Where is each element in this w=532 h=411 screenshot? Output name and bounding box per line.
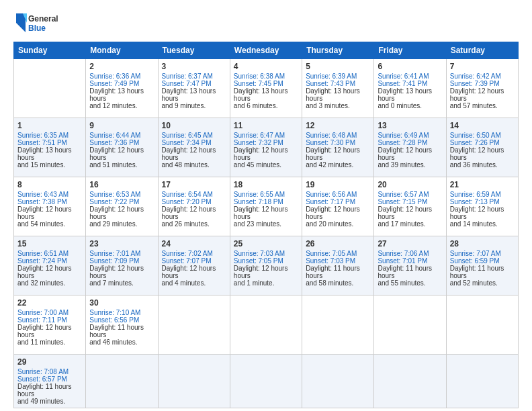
- sunset-text: Sunset: 7:45 PM: [234, 80, 298, 87]
- calendar-row-5: 29Sunrise: 7:08 AMSunset: 6:57 PMDayligh…: [14, 355, 519, 408]
- sunset-text: Sunset: 6:56 PM: [89, 316, 154, 324]
- sunrise-text: Sunrise: 7:00 AM: [17, 309, 82, 316]
- day-number: 17: [162, 180, 226, 189]
- daylight-text: Daylight: 12 hours hoursand 7 minutes.: [89, 265, 154, 287]
- day-number: 6: [378, 62, 442, 71]
- sunset-text: Sunset: 7:49 PM: [89, 80, 154, 87]
- calendar-cell: 14Sunrise: 6:50 AMSunset: 7:26 PMDayligh…: [446, 118, 518, 177]
- day-number: 1: [17, 121, 82, 130]
- sunrise-text: Sunrise: 7:02 AM: [162, 250, 226, 257]
- day-number: 25: [234, 239, 298, 248]
- calendar-cell: 10Sunrise: 6:45 AMSunset: 7:34 PMDayligh…: [158, 118, 230, 177]
- calendar-cell: [374, 295, 446, 355]
- daylight-text: Daylight: 12 hours hoursand 23 minutes.: [234, 205, 298, 228]
- calendar-cell: 8Sunrise: 6:43 AMSunset: 7:38 PMDaylight…: [14, 177, 86, 236]
- sunrise-text: Sunrise: 7:08 AM: [17, 368, 82, 375]
- daylight-text: Daylight: 12 hours hoursand 29 minutes.: [89, 205, 154, 228]
- sunset-text: Sunset: 6:57 PM: [17, 375, 82, 383]
- sunrise-text: Sunrise: 6:41 AM: [378, 73, 442, 80]
- daylight-text: Daylight: 12 hours hoursand 26 minutes.: [162, 205, 226, 228]
- calendar-cell: 22Sunrise: 7:00 AMSunset: 7:11 PMDayligh…: [14, 295, 86, 355]
- day-number: 2: [89, 62, 154, 71]
- calendar-cell: 4Sunrise: 6:38 AMSunset: 7:45 PMDaylight…: [230, 59, 302, 118]
- sunrise-text: Sunrise: 6:35 AM: [17, 132, 82, 139]
- sunset-text: Sunset: 7:34 PM: [162, 139, 226, 146]
- calendar-row-2: 8Sunrise: 6:43 AMSunset: 7:38 PMDaylight…: [14, 177, 519, 236]
- calendar-cell: [230, 295, 302, 355]
- sunrise-text: Sunrise: 7:03 AM: [234, 250, 298, 257]
- day-number: 16: [89, 180, 154, 189]
- day-number: 10: [162, 121, 226, 130]
- calendar-cell: 2Sunrise: 6:36 AMSunset: 7:49 PMDaylight…: [86, 59, 158, 118]
- sunset-text: Sunset: 7:47 PM: [162, 80, 226, 87]
- sunrise-text: Sunrise: 6:49 AM: [378, 132, 442, 139]
- sunset-text: Sunset: 7:43 PM: [306, 80, 370, 87]
- calendar-cell: 27Sunrise: 7:06 AMSunset: 7:01 PMDayligh…: [374, 236, 446, 295]
- calendar-cell: [302, 295, 374, 355]
- calendar-cell: 29Sunrise: 7:08 AMSunset: 6:57 PMDayligh…: [14, 355, 86, 408]
- calendar-cell: 1Sunrise: 6:35 AMSunset: 7:51 PMDaylight…: [14, 118, 86, 177]
- calendar-page: General Blue SundayMondayTuesdayWednesda…: [0, 0, 532, 411]
- daylight-text: Daylight: 12 hours hoursand 42 minutes.: [306, 146, 370, 169]
- day-number: 20: [378, 180, 442, 189]
- sunrise-text: Sunrise: 6:53 AM: [89, 191, 154, 198]
- calendar-cell: [446, 295, 518, 355]
- day-header-saturday: Saturday: [446, 42, 518, 59]
- sunrise-text: Sunrise: 6:37 AM: [162, 73, 226, 80]
- sunrise-text: Sunrise: 7:05 AM: [306, 250, 370, 257]
- sunrise-text: Sunrise: 6:59 AM: [450, 191, 515, 198]
- sunrise-text: Sunrise: 7:06 AM: [378, 250, 442, 257]
- day-number: 3: [162, 62, 226, 71]
- calendar-cell: 6Sunrise: 6:41 AMSunset: 7:41 PMDaylight…: [374, 59, 446, 118]
- day-number: 30: [89, 298, 154, 308]
- calendar-row-1: 1Sunrise: 6:35 AMSunset: 7:51 PMDaylight…: [14, 118, 519, 177]
- sunset-text: Sunset: 7:32 PM: [234, 139, 298, 146]
- sunrise-text: Sunrise: 7:01 AM: [89, 250, 154, 257]
- sunrise-text: Sunrise: 6:36 AM: [89, 73, 154, 80]
- sunset-text: Sunset: 7:17 PM: [306, 198, 370, 205]
- calendar-cell: 13Sunrise: 6:49 AMSunset: 7:28 PMDayligh…: [374, 118, 446, 177]
- daylight-text: Daylight: 12 hours hoursand 14 minutes.: [450, 205, 515, 228]
- day-number: 19: [306, 180, 370, 189]
- day-number: 28: [450, 239, 515, 248]
- day-number: 9: [89, 121, 154, 130]
- daylight-text: Daylight: 12 hours hoursand 17 minutes.: [378, 205, 442, 228]
- daylight-text: Daylight: 11 hours hoursand 46 minutes.: [89, 324, 154, 346]
- sunset-text: Sunset: 7:01 PM: [378, 257, 442, 265]
- daylight-text: Daylight: 12 hours hoursand 32 minutes.: [17, 265, 82, 287]
- calendar-cell: 24Sunrise: 7:02 AMSunset: 7:07 PMDayligh…: [158, 236, 230, 295]
- calendar-cell: 9Sunrise: 6:44 AMSunset: 7:36 PMDaylight…: [86, 118, 158, 177]
- page-header: General Blue: [13, 11, 519, 35]
- calendar-cell: 28Sunrise: 7:07 AMSunset: 6:59 PMDayligh…: [446, 236, 518, 295]
- calendar-cell: 23Sunrise: 7:01 AMSunset: 7:09 PMDayligh…: [86, 236, 158, 295]
- sunrise-text: Sunrise: 7:07 AM: [450, 250, 515, 257]
- calendar-cell: [374, 355, 446, 408]
- day-number: 23: [89, 239, 154, 248]
- calendar-cell: 30Sunrise: 7:10 AMSunset: 6:56 PMDayligh…: [86, 295, 158, 355]
- calendar-cell: 12Sunrise: 6:48 AMSunset: 7:30 PMDayligh…: [302, 118, 374, 177]
- daylight-text: Daylight: 11 hours hoursand 58 minutes.: [306, 265, 370, 287]
- daylight-text: Daylight: 13 hours hoursand 6 minutes.: [234, 87, 298, 109]
- sunrise-text: Sunrise: 6:45 AM: [162, 132, 226, 139]
- calendar-cell: 19Sunrise: 6:56 AMSunset: 7:17 PMDayligh…: [302, 177, 374, 236]
- svg-text:General: General: [28, 14, 58, 24]
- calendar-cell: 3Sunrise: 6:37 AMSunset: 7:47 PMDaylight…: [158, 59, 230, 118]
- calendar-row-4: 22Sunrise: 7:00 AMSunset: 7:11 PMDayligh…: [14, 295, 519, 355]
- daylight-text: Daylight: 13 hours hoursand 3 minutes.: [306, 87, 370, 109]
- sunrise-text: Sunrise: 6:55 AM: [234, 191, 298, 198]
- calendar-cell: 21Sunrise: 6:59 AMSunset: 7:13 PMDayligh…: [446, 177, 518, 236]
- sunset-text: Sunset: 7:38 PM: [17, 198, 82, 205]
- day-header-friday: Friday: [374, 42, 446, 59]
- calendar-cell: 26Sunrise: 7:05 AMSunset: 7:03 PMDayligh…: [302, 236, 374, 295]
- sunrise-text: Sunrise: 6:50 AM: [450, 132, 515, 139]
- sunrise-text: Sunrise: 6:44 AM: [89, 132, 154, 139]
- sunset-text: Sunset: 7:51 PM: [17, 139, 82, 146]
- daylight-text: Daylight: 11 hours hoursand 55 minutes.: [378, 265, 442, 287]
- daylight-text: Daylight: 12 hours hoursand 36 minutes.: [450, 146, 515, 169]
- svg-text:Blue: Blue: [28, 24, 46, 33]
- daylight-text: Daylight: 13 hours hoursand 12 minutes.: [89, 87, 154, 109]
- daylight-text: Daylight: 12 hours hoursand 45 minutes.: [234, 146, 298, 169]
- calendar-cell: 11Sunrise: 6:47 AMSunset: 7:32 PMDayligh…: [230, 118, 302, 177]
- daylight-text: Daylight: 11 hours hoursand 52 minutes.: [450, 265, 515, 287]
- sunset-text: Sunset: 7:13 PM: [450, 198, 515, 205]
